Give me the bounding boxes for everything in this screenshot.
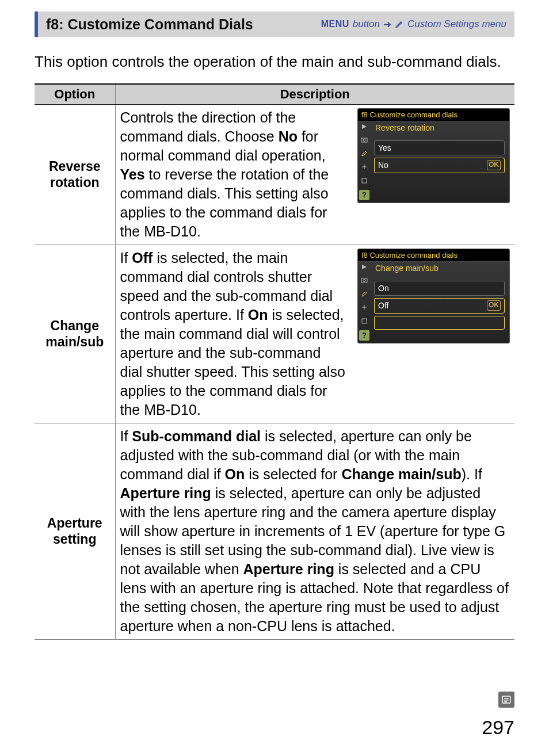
- desc-text: Controls the direction of the command di…: [120, 109, 296, 144]
- breadcrumb-button-word: button: [353, 18, 380, 30]
- help-icon: ?: [359, 190, 369, 200]
- svg-rect-5: [362, 319, 367, 323]
- desc-bold: On: [225, 466, 245, 482]
- options-table: Option Description Reverse rotation Cont…: [35, 83, 514, 640]
- table-row: Reverse rotation Controls the direction …: [35, 105, 514, 245]
- playback-icon: [360, 123, 368, 131]
- menu-label: MENU: [321, 19, 349, 29]
- ok-badge: OK: [487, 300, 501, 311]
- option-line1: Reverse: [49, 159, 101, 174]
- table-row: Aperture setting If Sub-command dial is …: [35, 423, 514, 640]
- option-line1: Change: [51, 318, 99, 333]
- option-desc: If Off is selected, the main command dia…: [115, 245, 514, 423]
- desc-bold: Yes: [120, 166, 145, 182]
- option-line2: rotation: [50, 175, 100, 190]
- option-label: Change main/sub: [35, 245, 115, 423]
- desc-bold: Off: [132, 250, 152, 266]
- desc-bold: On: [248, 307, 268, 323]
- desc-text: If: [120, 428, 132, 444]
- help-icon: ?: [359, 330, 369, 341]
- intro-text: This option controls the operation of th…: [35, 52, 514, 72]
- desc-bold: Aperture ring: [243, 561, 334, 577]
- option-label: Aperture setting: [35, 423, 115, 640]
- option-desc: If Sub-command dial is selected, apertur…: [115, 423, 514, 640]
- playback-icon: [360, 263, 368, 271]
- desc-bold: Aperture ring: [120, 485, 211, 501]
- svg-point-4: [363, 280, 365, 282]
- page-title: f8: Customize Command Dials: [46, 16, 253, 33]
- shot-option-selected: Off OK: [374, 298, 505, 313]
- table-row: Change main/sub If Off is selected, the …: [35, 245, 514, 423]
- setup-icon: [360, 317, 368, 325]
- svg-rect-2: [362, 178, 367, 183]
- shot-option: Yes: [374, 140, 505, 155]
- pencil-icon: [360, 290, 368, 298]
- option-label: Reverse rotation: [35, 105, 115, 245]
- pencil-icon: [360, 150, 368, 158]
- option-line1: Aperture: [47, 516, 102, 530]
- ok-badge: OK: [487, 160, 501, 170]
- retouch-icon: [360, 163, 368, 171]
- screenshot-change-main-sub: f8 Customize command dials ?: [357, 249, 510, 343]
- desc-text: to reverse the rotation of the command d…: [120, 166, 329, 239]
- option-line2: main/sub: [45, 334, 104, 349]
- setup-icon: [360, 177, 368, 185]
- desc-text: is selected for: [245, 466, 341, 482]
- shot-subtitle: Reverse rotation: [373, 121, 506, 138]
- option-desc: Controls the direction of the command di…: [115, 105, 514, 245]
- desc-text: ). If: [462, 466, 482, 482]
- retouch-icon: [360, 303, 368, 311]
- desc-bold: No: [279, 128, 298, 144]
- desc-text: is selected, the main command dial will …: [120, 307, 345, 418]
- arrow-icon: ➜: [383, 18, 391, 30]
- shot-option-empty: [374, 316, 505, 330]
- shot-subtitle: Change main/sub: [373, 262, 506, 278]
- shot-sidebar: ?: [358, 261, 371, 343]
- title-bar: f8: Customize Command Dials MENU button …: [35, 12, 514, 37]
- svg-point-1: [363, 139, 365, 142]
- breadcrumb: MENU button ➜ Custom Settings menu: [321, 18, 506, 30]
- page-number: 297: [482, 716, 514, 739]
- camera-icon: [360, 276, 368, 284]
- menu-section-icon: [498, 692, 514, 708]
- option-line2: setting: [53, 532, 96, 547]
- shot-sidebar: ?: [358, 120, 371, 203]
- shot-title: f8 Customize command dials: [358, 109, 509, 121]
- desc-text: If: [120, 250, 132, 266]
- camera-icon: [360, 136, 368, 144]
- pencil-icon: [395, 20, 404, 29]
- screenshot-reverse-rotation: f8 Customize command dials ?: [357, 108, 510, 203]
- breadcrumb-menu-name: Custom Settings menu: [407, 18, 506, 30]
- desc-bold: Sub-command dial: [132, 428, 261, 444]
- shot-option: On: [374, 281, 505, 296]
- shot-option-selected: No OK: [374, 158, 505, 173]
- th-description: Description: [115, 84, 514, 105]
- shot-title: f8 Customize command dials: [358, 249, 509, 262]
- th-option: Option: [35, 84, 115, 105]
- desc-bold: Change main/sub: [341, 466, 461, 482]
